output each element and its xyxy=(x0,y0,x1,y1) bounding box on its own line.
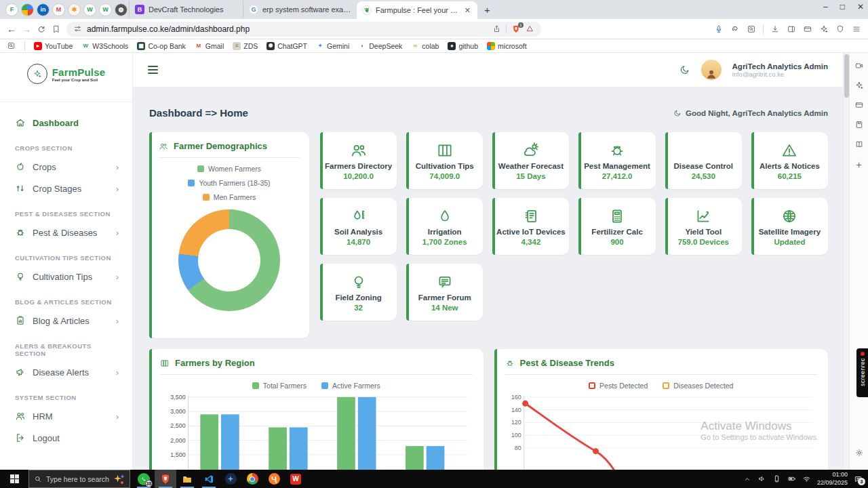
vpn-shield-icon[interactable] xyxy=(835,24,845,34)
menu-icon[interactable] xyxy=(852,24,861,34)
mic-icon[interactable] xyxy=(714,24,724,34)
stat-card-pest-management[interactable]: Pest Management27,412.0 xyxy=(578,132,655,189)
tray-chevron-icon[interactable] xyxy=(743,475,751,483)
taskbar-app-star-app[interactable] xyxy=(220,470,241,488)
stat-card-yield-tool[interactable]: Yield Tool759.0 Devices xyxy=(665,198,742,255)
downloads-icon[interactable] xyxy=(770,24,780,34)
screenrec-overlay[interactable]: screenrec xyxy=(856,348,868,397)
maximize-button[interactable]: □ xyxy=(840,2,845,12)
farmpulse-logo[interactable]: FarmPulse Feel your Crop and Soil xyxy=(0,64,132,84)
video-call-icon[interactable] xyxy=(854,61,864,70)
leo-sparkle-icon[interactable] xyxy=(854,81,864,90)
pinned-tab-photos[interactable] xyxy=(21,3,34,16)
sidebar-item-crops[interactable]: Crops› xyxy=(15,156,119,178)
leo-ai-icon[interactable] xyxy=(819,24,829,34)
tab-3[interactable]: ❦Farmpulse : Feel your crops✕ xyxy=(357,1,477,19)
stat-card-soil-analysis[interactable]: Soil Analysis14,870 xyxy=(320,198,397,255)
reload-button[interactable] xyxy=(37,24,46,34)
sidebar-item-hrm[interactable]: HRM› xyxy=(15,405,119,427)
bookmark-coop[interactable]: ▦Co-op Bank xyxy=(137,42,185,50)
stat-card-satellite-imagery[interactable]: Satellite ImageryUpdated xyxy=(751,198,828,255)
tab-2[interactable]: Gerp system software examples - Google xyxy=(243,1,357,18)
taskbar-app-xampp[interactable]: Ҷ xyxy=(263,470,285,488)
sidebar-toggle-icon[interactable] xyxy=(787,24,796,34)
wallet-panel-icon[interactable] xyxy=(854,100,864,110)
sidebar-item-logout[interactable]: Logout xyxy=(15,427,119,449)
url-text[interactable]: admin.farmpulse.co.ke/admin/dashboard.ph… xyxy=(87,24,488,34)
add-panel-icon[interactable]: + xyxy=(856,159,861,170)
user-info[interactable]: AgriTech Analytics Admin info@agritrit.c… xyxy=(732,62,828,78)
apps-grid-icon[interactable] xyxy=(7,41,16,50)
bookmark-icon[interactable] xyxy=(52,24,61,34)
tab-close-icon[interactable]: ✕ xyxy=(463,6,472,15)
sidebar-item-cultivation-tips[interactable]: Cultivation Tips› xyxy=(15,266,119,287)
dark-mode-toggle[interactable] xyxy=(679,64,690,75)
sidebar-item-blog-articles[interactable]: Blog & Articles› xyxy=(15,310,119,331)
bookmark-zds[interactable]: ≡ZDS xyxy=(233,42,258,50)
pinned-tab-linkedin[interactable]: in xyxy=(37,3,50,16)
taskbar-app-chrome[interactable] xyxy=(241,470,263,488)
stat-card-weather-forecast[interactable]: Weather Forecast15 Days xyxy=(492,132,569,189)
settings-gear-icon[interactable] xyxy=(854,448,864,458)
pinned-tab-w-circle[interactable]: W xyxy=(83,3,96,16)
stat-card-cultivation-tips[interactable]: Cultivation Tips74,009.0 xyxy=(406,132,483,189)
bookmark-colab[interactable]: ∞colab xyxy=(411,42,439,50)
brave-rewards-icon[interactable] xyxy=(526,24,534,33)
copilot-icon[interactable] xyxy=(114,474,125,484)
taskbar-app-vscode[interactable] xyxy=(198,470,220,488)
avatar[interactable] xyxy=(701,60,722,80)
bookmark-deepseek[interactable]: ◗DeepSeek xyxy=(358,42,402,50)
stat-card-disease-control[interactable]: Disease Control24,530 xyxy=(665,132,742,189)
bookmark-chatgpt[interactable]: ✺ChatGPT xyxy=(267,42,307,50)
sidebar-item-pest-diseases[interactable]: Pest & Diseases› xyxy=(15,222,119,243)
pinned-tab-globe-dark[interactable]: ◍ xyxy=(115,3,127,16)
bookmark-microsoft[interactable]: microsoft xyxy=(487,42,527,50)
bookmark-youtube[interactable]: ▸YouTube xyxy=(34,42,73,50)
line-chart[interactable]: 16014012010080 xyxy=(505,391,814,470)
extensions-icon[interactable] xyxy=(730,24,740,34)
taskbar-app-brave[interactable] xyxy=(155,470,176,488)
share-icon[interactable] xyxy=(492,24,501,33)
stat-card-field-zoning[interactable]: Field Zoning32 xyxy=(320,264,397,321)
bookmark-w3schools[interactable]: WW3Schools xyxy=(81,42,128,50)
bookmark-gmail[interactable]: MGmail xyxy=(195,42,224,50)
bar-chart[interactable]: 3,5003,0002,5002,0001,500 xyxy=(160,391,469,470)
minimize-button[interactable]: – xyxy=(823,2,828,12)
taskbar-app-w-red[interactable]: W xyxy=(285,470,307,488)
taskbar-app-explorer[interactable] xyxy=(176,470,198,488)
taskbar-search[interactable]: Type here to search xyxy=(28,470,130,488)
close-button[interactable]: ✕ xyxy=(857,2,864,12)
tab-1[interactable]: BDevCraft Technologies xyxy=(129,1,243,18)
stat-card-farmer-forum[interactable]: Farmer Forum14 New xyxy=(406,264,483,321)
site-settings-icon[interactable] xyxy=(73,24,82,33)
stat-card-alerts-notices[interactable]: Alerts & Notices60,215 xyxy=(751,132,828,189)
stat-card-active-iot-devices[interactable]: Active IoT Devices4,342 xyxy=(492,198,569,255)
stat-card-fertilizer-calc[interactable]: Fertilizer Calc900 xyxy=(578,198,655,255)
taskbar-app-whatsapp[interactable]: 38 xyxy=(133,470,155,488)
stat-card-irrigation[interactable]: Irrigation1,700 Zones xyxy=(406,198,483,255)
sidebar-collapse-icon[interactable] xyxy=(148,66,158,74)
bookmark-github[interactable]: ●github xyxy=(448,42,478,50)
start-button[interactable] xyxy=(0,470,28,488)
stat-card-farmers-directory[interactable]: Farmers Directory10,200.0 xyxy=(320,132,397,189)
clock[interactable]: 01:00 22/09/2025 xyxy=(817,471,848,487)
search-tabs-icon[interactable] xyxy=(747,24,756,34)
sidebar-item-disease-alerts[interactable]: Disease Alerts› xyxy=(15,361,119,383)
pinned-tab-orange-app[interactable]: ✻ xyxy=(68,3,81,16)
forward-button[interactable]: → xyxy=(22,24,31,35)
sidebar-item-dashboard[interactable]: Dashboard xyxy=(15,112,119,134)
notification-center[interactable]: 3 xyxy=(854,474,863,483)
pinned-tab-farmpulse[interactable]: F xyxy=(5,3,18,16)
scrollbar-thumb[interactable] xyxy=(844,54,849,98)
page-scrollbar[interactable] xyxy=(843,53,849,470)
wifi-icon[interactable] xyxy=(802,474,811,483)
bookmark-gemini[interactable]: ✦Gemini xyxy=(316,42,349,50)
phone-link-icon[interactable] xyxy=(772,474,781,483)
pinned-tab-gmail[interactable]: M xyxy=(52,3,65,16)
address-bar[interactable]: admin.farmpulse.co.ke/admin/dashboard.ph… xyxy=(66,22,541,37)
book-icon[interactable] xyxy=(854,140,864,149)
reading-list-icon[interactable] xyxy=(854,120,864,129)
battery-icon[interactable] xyxy=(787,474,796,483)
pinned-tab-w3schools[interactable]: W xyxy=(99,3,112,16)
brave-shield-icon[interactable]: 1 xyxy=(511,24,521,34)
